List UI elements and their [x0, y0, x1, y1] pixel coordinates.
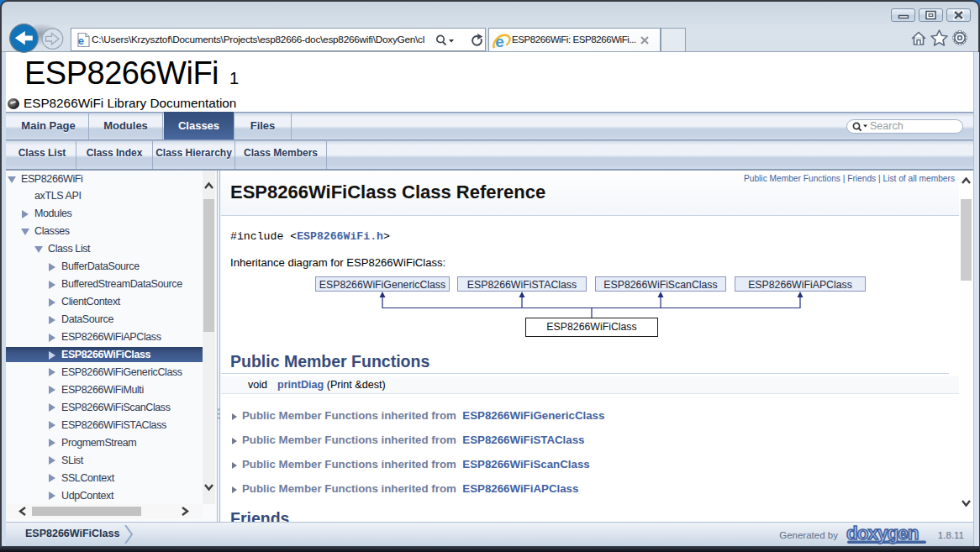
svg-text:doxygen: doxygen [846, 524, 919, 544]
svg-text:e: e [78, 34, 84, 47]
